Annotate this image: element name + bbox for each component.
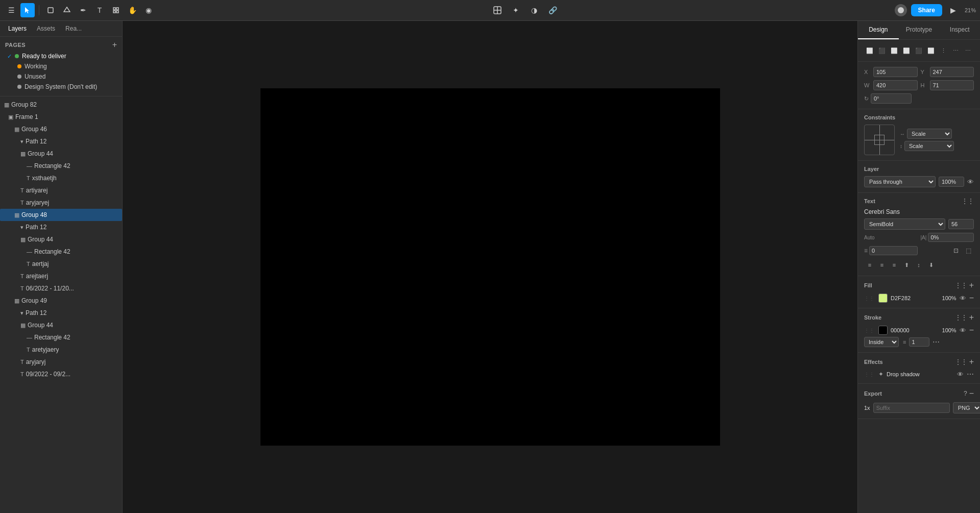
stroke-more-btn[interactable]: ⋯ bbox=[933, 338, 940, 346]
rotation-input[interactable] bbox=[871, 93, 912, 104]
add-stroke-btn[interactable]: + bbox=[969, 313, 974, 322]
blend-mode-select[interactable]: Pass throughNormalMultiplyScreenOverlay bbox=[864, 176, 936, 187]
hand-tool-btn[interactable]: ✋ bbox=[125, 3, 139, 17]
text-align-right-btn[interactable]: ≡ bbox=[889, 259, 900, 271]
layer-item-date1[interactable]: T 06/2022 - 11/20... bbox=[0, 282, 122, 295]
font-size-input[interactable] bbox=[948, 219, 974, 229]
text-valign-top-btn[interactable]: ⬆ bbox=[901, 259, 912, 271]
play-button[interactable]: ▶ bbox=[946, 3, 961, 17]
add-effect-btn[interactable]: + bbox=[969, 358, 974, 366]
tab-inspect[interactable]: Inspect bbox=[939, 21, 980, 39]
kerning-input[interactable] bbox=[928, 233, 974, 242]
align-distribute-v-btn[interactable]: ⋯ bbox=[950, 45, 961, 56]
layer-item-path12c[interactable]: ▾ Path 12 bbox=[0, 307, 122, 319]
text-tool-btn[interactable]: T bbox=[92, 3, 107, 17]
page-item-page-design-system[interactable]: Design System (Don't edit) bbox=[5, 82, 117, 92]
y-input[interactable] bbox=[930, 67, 974, 77]
pen-tool-btn[interactable]: ✒ bbox=[76, 3, 90, 17]
remove-stroke-btn[interactable]: − bbox=[969, 326, 974, 335]
text-valign-middle-btn[interactable]: ↕ bbox=[913, 259, 924, 271]
w-input[interactable] bbox=[873, 80, 918, 90]
align-top-btn[interactable]: ⬜ bbox=[901, 45, 912, 56]
layer-item-arejtaerj[interactable]: T arejtaerj bbox=[0, 270, 122, 282]
layer-item-aryjaryej[interactable]: T aryjaryej bbox=[0, 197, 122, 209]
export-help-btn[interactable]: ? bbox=[964, 390, 967, 397]
layer-item-group82[interactable]: ▦ Group 82 bbox=[0, 99, 122, 111]
add-page-button[interactable]: + bbox=[112, 41, 117, 49]
align-center-v-btn[interactable]: ⬛ bbox=[913, 45, 924, 56]
clip-content-btn[interactable] bbox=[490, 3, 505, 17]
text-align-btn[interactable]: ⊡ bbox=[950, 245, 962, 256]
layer-item-aertjaj[interactable]: T aertjaj bbox=[0, 258, 122, 270]
visibility-toggle[interactable]: 👁 bbox=[967, 178, 974, 186]
stroke-position-select[interactable]: InsideOutsideCenter bbox=[864, 337, 899, 347]
fill-visibility-btn[interactable]: 👁 bbox=[960, 295, 966, 302]
effect-more-btn[interactable]: ⋯ bbox=[967, 370, 974, 378]
canvas[interactable] bbox=[123, 21, 857, 513]
layer-item-path12b[interactable]: ▾ Path 12 bbox=[0, 221, 122, 233]
frame-tool-btn[interactable] bbox=[43, 3, 58, 17]
shape-tool-btn[interactable] bbox=[60, 3, 74, 17]
select-tool-btn[interactable] bbox=[20, 3, 35, 17]
layer-item-aryjaryj[interactable]: T aryjaryj bbox=[0, 356, 122, 368]
text-valign-bottom-btn[interactable]: ⬇ bbox=[925, 259, 937, 271]
tab-design[interactable]: Design bbox=[858, 21, 899, 39]
layer-item-group49[interactable]: ▦ Group 49 bbox=[0, 295, 122, 307]
fill-options-btn[interactable]: ⋮⋮ bbox=[955, 282, 967, 288]
share-button[interactable]: Share bbox=[911, 4, 942, 16]
font-weight-select[interactable]: SemiBoldRegularBoldLight bbox=[864, 218, 945, 230]
layer-item-rect42a[interactable]: — Rectangle 42 bbox=[0, 160, 122, 172]
stroke-width-input[interactable] bbox=[909, 337, 929, 347]
stroke-color-swatch[interactable] bbox=[878, 326, 888, 335]
line-height-input[interactable] bbox=[869, 246, 917, 255]
assets-tab[interactable]: Assets bbox=[34, 24, 58, 33]
layer-item-rect42b[interactable]: — Rectangle 42 bbox=[0, 246, 122, 258]
export-format-select[interactable]: PNGJPGSVGPDF bbox=[953, 402, 980, 413]
text-overflow-btn[interactable]: ⬚ bbox=[963, 245, 974, 256]
page-item-page-unused[interactable]: Unused bbox=[5, 71, 117, 82]
x-input[interactable] bbox=[873, 67, 918, 77]
component-create-btn[interactable]: ✦ bbox=[509, 3, 523, 17]
remove-fill-btn[interactable]: − bbox=[969, 294, 974, 303]
page-item-page-working[interactable]: Working bbox=[5, 61, 117, 71]
stroke-visibility-btn[interactable]: 👁 bbox=[960, 327, 966, 334]
add-fill-btn[interactable]: + bbox=[969, 281, 974, 289]
stroke-options-btn[interactable]: ⋮⋮ bbox=[955, 314, 967, 321]
align-distribute-h-btn[interactable]: ⋮ bbox=[938, 45, 949, 56]
component-tool-btn[interactable] bbox=[109, 3, 123, 17]
effect-visibility-btn[interactable]: 👁 bbox=[957, 371, 964, 378]
page-item-page-ready[interactable]: ✓ Ready to deliver bbox=[5, 51, 117, 61]
text-options-btn[interactable]: ⋮⋮ bbox=[962, 198, 974, 204]
layer-item-group44a[interactable]: ▦ Group 44 bbox=[0, 148, 122, 160]
fill-drag-handle[interactable]: ⋮⋮ bbox=[864, 296, 874, 301]
layer-item-rect42c[interactable]: — Rectangle 42 bbox=[0, 331, 122, 344]
comment-tool-btn[interactable]: ◉ bbox=[141, 3, 156, 17]
effects-options-btn[interactable]: ⋮⋮ bbox=[955, 359, 967, 365]
h-constraint-select[interactable]: ScaleLeftRightLeft & RightCenter bbox=[907, 129, 952, 139]
fill-color-swatch[interactable] bbox=[878, 294, 888, 303]
layer-item-group44b[interactable]: ▦ Group 44 bbox=[0, 233, 122, 246]
layer-item-date2[interactable]: T 09/2022 - 09/2... bbox=[0, 368, 122, 380]
layers-tab[interactable]: Layers bbox=[5, 24, 30, 33]
export-minus-btn[interactable]: − bbox=[969, 389, 974, 398]
zoom-level[interactable]: 21% bbox=[965, 7, 976, 13]
align-right-btn[interactable]: ⬜ bbox=[889, 45, 900, 56]
text-align-center-btn[interactable]: ≡ bbox=[876, 259, 888, 271]
menu-tool-btn[interactable]: ☰ bbox=[4, 3, 18, 17]
layer-item-group44c[interactable]: ▦ Group 44 bbox=[0, 319, 122, 331]
layer-item-group48[interactable]: ▦ Group 48 bbox=[0, 209, 122, 221]
layer-item-path12a[interactable]: ▾ Path 12 bbox=[0, 135, 122, 148]
tab-prototype[interactable]: Prototype bbox=[899, 21, 940, 39]
layer-item-frame1[interactable]: ▣ Frame 1 bbox=[0, 111, 122, 123]
effect-drag-handle[interactable]: ⋮⋮ bbox=[864, 372, 874, 377]
align-left-btn[interactable]: ⬜ bbox=[864, 45, 875, 56]
h-input[interactable] bbox=[930, 80, 974, 90]
link-btn[interactable]: 🔗 bbox=[545, 3, 560, 17]
align-more-btn[interactable]: ⋯ bbox=[962, 45, 973, 56]
opacity-input[interactable] bbox=[939, 177, 964, 187]
text-align-left-btn[interactable]: ≡ bbox=[864, 259, 875, 271]
layer-item-aretyjaery[interactable]: T aretyjaery bbox=[0, 344, 122, 356]
layer-item-artiyarej[interactable]: T artiyarej bbox=[0, 184, 122, 197]
layer-item-xsthaetjh[interactable]: T xsthaetjh bbox=[0, 172, 122, 184]
align-bottom-btn[interactable]: ⬜ bbox=[925, 45, 937, 56]
